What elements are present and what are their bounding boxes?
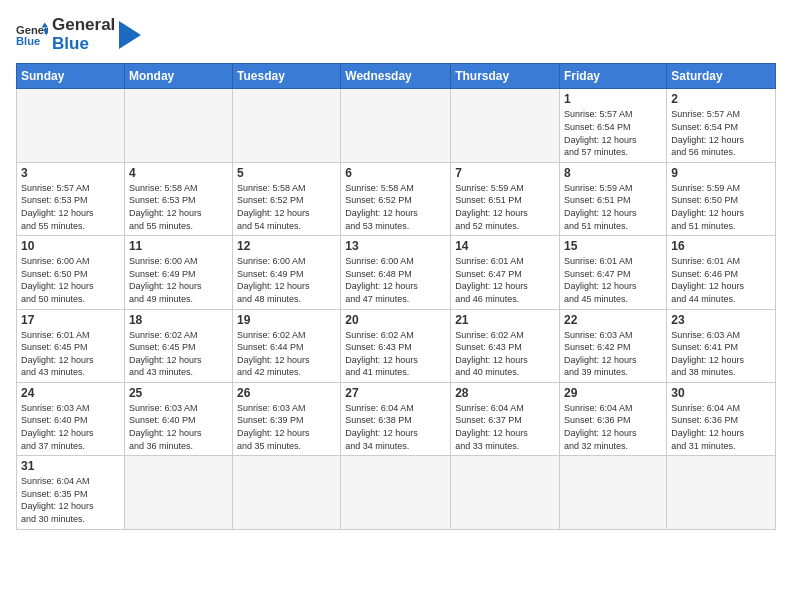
day-cell: 30Sunrise: 6:04 AM Sunset: 6:36 PM Dayli…	[667, 382, 776, 455]
day-info: Sunrise: 5:58 AM Sunset: 6:53 PM Dayligh…	[129, 182, 228, 232]
day-cell: 5Sunrise: 5:58 AM Sunset: 6:52 PM Daylig…	[233, 162, 341, 235]
day-cell: 17Sunrise: 6:01 AM Sunset: 6:45 PM Dayli…	[17, 309, 125, 382]
day-number: 2	[671, 92, 771, 106]
day-cell	[451, 89, 560, 162]
day-cell: 14Sunrise: 6:01 AM Sunset: 6:47 PM Dayli…	[451, 236, 560, 309]
day-cell: 26Sunrise: 6:03 AM Sunset: 6:39 PM Dayli…	[233, 382, 341, 455]
day-number: 18	[129, 313, 228, 327]
day-info: Sunrise: 5:59 AM Sunset: 6:50 PM Dayligh…	[671, 182, 771, 232]
logo: General Blue General Blue	[16, 16, 141, 53]
weekday-header-row: SundayMondayTuesdayWednesdayThursdayFrid…	[17, 64, 776, 89]
day-info: Sunrise: 6:00 AM Sunset: 6:48 PM Dayligh…	[345, 255, 446, 305]
day-cell: 3Sunrise: 5:57 AM Sunset: 6:53 PM Daylig…	[17, 162, 125, 235]
day-number: 4	[129, 166, 228, 180]
day-cell: 9Sunrise: 5:59 AM Sunset: 6:50 PM Daylig…	[667, 162, 776, 235]
day-number: 1	[564, 92, 662, 106]
week-row-5: 24Sunrise: 6:03 AM Sunset: 6:40 PM Dayli…	[17, 382, 776, 455]
day-info: Sunrise: 6:04 AM Sunset: 6:35 PM Dayligh…	[21, 475, 120, 525]
day-number: 17	[21, 313, 120, 327]
day-cell: 21Sunrise: 6:02 AM Sunset: 6:43 PM Dayli…	[451, 309, 560, 382]
day-info: Sunrise: 6:01 AM Sunset: 6:45 PM Dayligh…	[21, 329, 120, 379]
day-number: 9	[671, 166, 771, 180]
week-row-1: 1Sunrise: 5:57 AM Sunset: 6:54 PM Daylig…	[17, 89, 776, 162]
day-number: 12	[237, 239, 336, 253]
week-row-3: 10Sunrise: 6:00 AM Sunset: 6:50 PM Dayli…	[17, 236, 776, 309]
day-info: Sunrise: 6:01 AM Sunset: 6:47 PM Dayligh…	[564, 255, 662, 305]
logo-triangle-icon	[119, 21, 141, 49]
weekday-header-monday: Monday	[124, 64, 232, 89]
day-number: 24	[21, 386, 120, 400]
day-number: 16	[671, 239, 771, 253]
day-number: 26	[237, 386, 336, 400]
page-header: General Blue General Blue	[16, 16, 776, 53]
day-info: Sunrise: 6:03 AM Sunset: 6:40 PM Dayligh…	[129, 402, 228, 452]
day-number: 3	[21, 166, 120, 180]
day-info: Sunrise: 6:00 AM Sunset: 6:50 PM Dayligh…	[21, 255, 120, 305]
svg-marker-4	[119, 21, 141, 49]
day-number: 29	[564, 386, 662, 400]
day-number: 22	[564, 313, 662, 327]
day-info: Sunrise: 6:03 AM Sunset: 6:41 PM Dayligh…	[671, 329, 771, 379]
day-number: 15	[564, 239, 662, 253]
day-cell: 31Sunrise: 6:04 AM Sunset: 6:35 PM Dayli…	[17, 456, 125, 529]
day-cell: 8Sunrise: 5:59 AM Sunset: 6:51 PM Daylig…	[560, 162, 667, 235]
day-info: Sunrise: 6:02 AM Sunset: 6:43 PM Dayligh…	[455, 329, 555, 379]
day-number: 10	[21, 239, 120, 253]
day-info: Sunrise: 5:59 AM Sunset: 6:51 PM Dayligh…	[455, 182, 555, 232]
day-number: 31	[21, 459, 120, 473]
logo-icon: General Blue	[16, 21, 48, 49]
day-number: 20	[345, 313, 446, 327]
day-info: Sunrise: 6:00 AM Sunset: 6:49 PM Dayligh…	[237, 255, 336, 305]
day-cell: 15Sunrise: 6:01 AM Sunset: 6:47 PM Dayli…	[560, 236, 667, 309]
day-cell	[17, 89, 125, 162]
day-number: 6	[345, 166, 446, 180]
day-info: Sunrise: 5:57 AM Sunset: 6:53 PM Dayligh…	[21, 182, 120, 232]
day-cell	[341, 456, 451, 529]
weekday-header-thursday: Thursday	[451, 64, 560, 89]
calendar-table: SundayMondayTuesdayWednesdayThursdayFrid…	[16, 63, 776, 529]
day-cell	[560, 456, 667, 529]
day-cell	[124, 89, 232, 162]
day-info: Sunrise: 6:02 AM Sunset: 6:43 PM Dayligh…	[345, 329, 446, 379]
day-number: 7	[455, 166, 555, 180]
day-cell: 28Sunrise: 6:04 AM Sunset: 6:37 PM Dayli…	[451, 382, 560, 455]
day-info: Sunrise: 6:03 AM Sunset: 6:40 PM Dayligh…	[21, 402, 120, 452]
day-cell: 20Sunrise: 6:02 AM Sunset: 6:43 PM Dayli…	[341, 309, 451, 382]
week-row-2: 3Sunrise: 5:57 AM Sunset: 6:53 PM Daylig…	[17, 162, 776, 235]
day-number: 27	[345, 386, 446, 400]
day-cell: 27Sunrise: 6:04 AM Sunset: 6:38 PM Dayli…	[341, 382, 451, 455]
day-cell	[667, 456, 776, 529]
weekday-header-friday: Friday	[560, 64, 667, 89]
day-cell: 16Sunrise: 6:01 AM Sunset: 6:46 PM Dayli…	[667, 236, 776, 309]
day-info: Sunrise: 6:03 AM Sunset: 6:42 PM Dayligh…	[564, 329, 662, 379]
day-cell: 11Sunrise: 6:00 AM Sunset: 6:49 PM Dayli…	[124, 236, 232, 309]
day-number: 19	[237, 313, 336, 327]
day-cell: 6Sunrise: 5:58 AM Sunset: 6:52 PM Daylig…	[341, 162, 451, 235]
week-row-6: 31Sunrise: 6:04 AM Sunset: 6:35 PM Dayli…	[17, 456, 776, 529]
weekday-header-tuesday: Tuesday	[233, 64, 341, 89]
day-number: 23	[671, 313, 771, 327]
day-info: Sunrise: 5:58 AM Sunset: 6:52 PM Dayligh…	[345, 182, 446, 232]
day-cell: 18Sunrise: 6:02 AM Sunset: 6:45 PM Dayli…	[124, 309, 232, 382]
day-cell: 2Sunrise: 5:57 AM Sunset: 6:54 PM Daylig…	[667, 89, 776, 162]
day-cell: 25Sunrise: 6:03 AM Sunset: 6:40 PM Dayli…	[124, 382, 232, 455]
day-info: Sunrise: 6:04 AM Sunset: 6:36 PM Dayligh…	[564, 402, 662, 452]
day-info: Sunrise: 6:03 AM Sunset: 6:39 PM Dayligh…	[237, 402, 336, 452]
day-number: 28	[455, 386, 555, 400]
day-info: Sunrise: 5:59 AM Sunset: 6:51 PM Dayligh…	[564, 182, 662, 232]
day-number: 11	[129, 239, 228, 253]
day-info: Sunrise: 6:02 AM Sunset: 6:45 PM Dayligh…	[129, 329, 228, 379]
day-number: 14	[455, 239, 555, 253]
day-cell: 24Sunrise: 6:03 AM Sunset: 6:40 PM Dayli…	[17, 382, 125, 455]
day-cell: 7Sunrise: 5:59 AM Sunset: 6:51 PM Daylig…	[451, 162, 560, 235]
day-cell: 29Sunrise: 6:04 AM Sunset: 6:36 PM Dayli…	[560, 382, 667, 455]
day-cell: 23Sunrise: 6:03 AM Sunset: 6:41 PM Dayli…	[667, 309, 776, 382]
day-number: 21	[455, 313, 555, 327]
day-number: 5	[237, 166, 336, 180]
day-info: Sunrise: 6:01 AM Sunset: 6:47 PM Dayligh…	[455, 255, 555, 305]
day-cell: 10Sunrise: 6:00 AM Sunset: 6:50 PM Dayli…	[17, 236, 125, 309]
day-info: Sunrise: 5:58 AM Sunset: 6:52 PM Dayligh…	[237, 182, 336, 232]
day-cell	[451, 456, 560, 529]
weekday-header-saturday: Saturday	[667, 64, 776, 89]
day-cell	[233, 456, 341, 529]
